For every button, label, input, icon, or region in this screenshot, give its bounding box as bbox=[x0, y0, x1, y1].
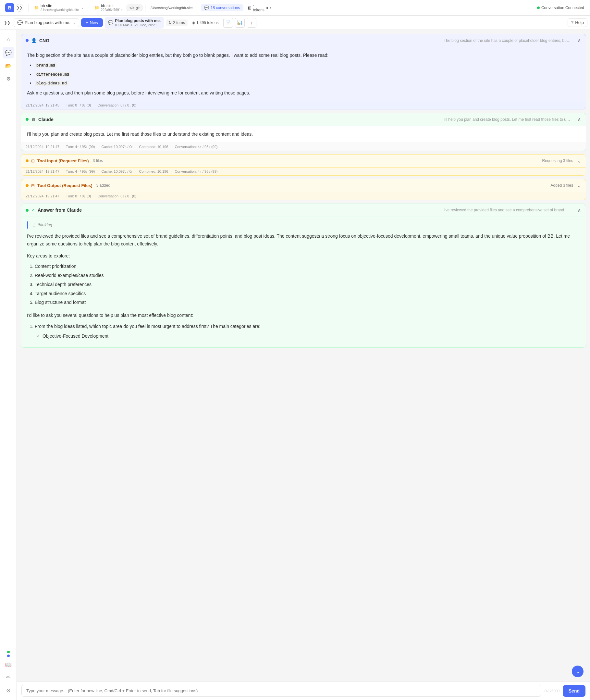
tool-input-conv-stats: Conversation: 4↑ / 95↓ (99) bbox=[175, 170, 217, 173]
question1-text: From the blog ideas listed, which topic … bbox=[35, 324, 260, 329]
code-icon: </> bbox=[129, 6, 135, 10]
collapse-sidebar-btn[interactable]: ❯❯ bbox=[3, 18, 12, 27]
turns-icon: ↻ bbox=[169, 20, 172, 25]
key-area-1: Content prioritization bbox=[35, 263, 580, 270]
tool-output-name: Tool Output (Request Files) bbox=[37, 183, 92, 188]
answer-name: Answer from Claude bbox=[38, 207, 82, 213]
key-area-4: Target audience specifics bbox=[35, 290, 580, 298]
answer-header[interactable]: ✓ Answer from Claude I've reviewed the p… bbox=[21, 204, 586, 216]
message-cng-header[interactable]: 👤 CNG The blog section of the site has a… bbox=[21, 34, 586, 47]
tool-output-timestamp: 21/12/2024, 19:21:47 bbox=[26, 194, 60, 198]
download-icon-btn[interactable]: ↓ bbox=[247, 18, 257, 27]
message-input[interactable] bbox=[21, 685, 541, 697]
active-conv-id: 01JFM4SJ bbox=[115, 23, 132, 27]
document-icon-btn[interactable]: 📄 bbox=[223, 18, 233, 27]
tokens-dash: - bbox=[253, 3, 264, 8]
tokens-square: ▪ bbox=[270, 5, 271, 10]
claude-sender-name: Claude bbox=[38, 117, 54, 122]
cng-file-list: brand.md differences.md blog-ideas.md bbox=[35, 61, 580, 87]
sidebar-status-green bbox=[7, 651, 10, 653]
sidebar-item-files[interactable]: 📂 bbox=[3, 60, 14, 71]
separator2 bbox=[89, 4, 89, 12]
top-bar: B ❯❯ 📁 bb-site /Users/cng/working/bb-sit… bbox=[0, 0, 590, 16]
new-btn-label: New bbox=[90, 20, 98, 25]
claude-collapse-btn[interactable]: ∧ bbox=[577, 116, 581, 122]
sidebar-item-settings[interactable]: ⚙ bbox=[3, 73, 14, 84]
user-icon: 👤 bbox=[31, 38, 37, 43]
separator4 bbox=[198, 4, 198, 12]
tool-input-header[interactable]: ⊞ Tool Input (Request Files) 3 files Req… bbox=[21, 155, 586, 167]
help-label: Help bbox=[575, 20, 584, 25]
bottom-input-area: 0 / 25000 Send bbox=[17, 681, 590, 700]
tool-output-collapse[interactable]: ⌄ bbox=[577, 182, 581, 189]
answer-dot-icon bbox=[26, 209, 28, 212]
conv-chevron-icon: ⌄ bbox=[73, 21, 76, 24]
check-icon: ✓ bbox=[31, 207, 35, 213]
file3: blog-ideas.md bbox=[35, 81, 69, 86]
sidebar-divider bbox=[4, 87, 13, 87]
sidebar-item-home[interactable]: ⌂ bbox=[3, 34, 14, 46]
file1: brand.md bbox=[35, 63, 57, 68]
active-conversation[interactable]: 💬 Plan blog posts with me. 01JFM4SJ 21 D… bbox=[105, 17, 164, 28]
question-icon: ? bbox=[571, 20, 574, 25]
tool-output-conv-stats: Conversation: 0↑ / 0↓ (0) bbox=[97, 194, 136, 198]
conversations-badge[interactable]: 💬 18 conversations bbox=[201, 4, 243, 11]
claude-conv-stats: Conversation: 4↑ / 95↓ (99) bbox=[175, 145, 217, 149]
scroll-down-button[interactable]: ⌄ bbox=[572, 666, 584, 677]
tool-output-header[interactable]: ⊟ Tool Output (Request Files) 3 added Ad… bbox=[21, 179, 586, 192]
tool-input-block: ⊞ Tool Input (Request Files) 3 files Req… bbox=[21, 154, 586, 176]
git-badge[interactable]: </> git bbox=[126, 5, 143, 11]
tool-input-collapse[interactable]: ⌄ bbox=[577, 158, 581, 164]
tool-input-name: Tool Input (Request Files) bbox=[37, 159, 89, 163]
status-dot-icon bbox=[537, 6, 540, 9]
left-sidebar: ⌂ 💬 📂 ⚙ 📖 ✏ ⊗ bbox=[0, 30, 17, 700]
key-area-5: Blog structure and format bbox=[35, 299, 580, 307]
project1-folder[interactable]: 📁 bb-site /Users/cng/working/bb-site ⌄ bbox=[31, 2, 86, 13]
cng-body-footer-text: Ask me questions, and then plan some blo… bbox=[27, 89, 580, 96]
message-cng: 👤 CNG The blog section of the site has a… bbox=[21, 34, 586, 109]
answer-block: ✓ Answer from Claude I've reviewed the p… bbox=[21, 203, 586, 348]
sidebar-item-chat[interactable]: 💬 bbox=[3, 47, 14, 59]
project2-folder[interactable]: 📁 bb-site 222a96d7691d bbox=[92, 2, 125, 13]
tool-output-block: ⊟ Tool Output (Request Files) 3 added Ad… bbox=[21, 179, 586, 200]
tokens-circle-gray: ● bbox=[266, 5, 268, 10]
message-claude-header[interactable]: 🖥 Claude I'll help you plan and create b… bbox=[21, 113, 586, 126]
cng-turn-stats: Turn: 0↑ / 0↓ (0) bbox=[66, 103, 91, 107]
active-conv-chat-icon: 💬 bbox=[108, 20, 113, 25]
question1-items: Objective-Focused Development bbox=[42, 333, 580, 340]
turns-count: 2 turns bbox=[173, 20, 185, 25]
new-conversation-button[interactable]: + New bbox=[81, 18, 103, 27]
char-count: 0 / 25000 bbox=[545, 689, 560, 693]
cng-footer: 21/12/2024, 19:21:45 Turn: 0↑ / 0↓ (0) C… bbox=[21, 101, 586, 109]
sidebar-item-github[interactable]: ⊗ bbox=[3, 684, 14, 696]
tool-input-badge: 3 files bbox=[93, 159, 103, 163]
path-text: /Users/cng/working/bb-site bbox=[151, 6, 193, 10]
nav-arrow-icon[interactable]: ❯❯ bbox=[16, 4, 23, 12]
tool-output-footer: 21/12/2024, 19:21:47 Turn: 0↑ / 0↓ (0) C… bbox=[21, 192, 586, 200]
main-content: 👤 CNG The blog section of the site has a… bbox=[17, 30, 590, 700]
tool-input-right: Requesting 3 files bbox=[542, 159, 573, 163]
claude-body: I'll help you plan and create blog posts… bbox=[21, 126, 586, 142]
status-area: Conversation Connected bbox=[534, 4, 587, 11]
active-conv-date: 21 Dec, 20:21 bbox=[135, 23, 157, 27]
key-area-3: Technical depth preferences bbox=[35, 281, 580, 289]
project1-name: bb-site bbox=[40, 4, 79, 8]
send-button[interactable]: Send bbox=[563, 685, 585, 697]
tool-output-icon: ⊟ bbox=[31, 183, 35, 188]
answer-outro: I'd like to ask you several questions to… bbox=[27, 312, 580, 320]
tool-input-icon: ⊞ bbox=[31, 159, 35, 163]
cng-conv-stats: Conversation: 0↑ / 0↓ (0) bbox=[97, 103, 136, 107]
chevron-down-icon: ⌄ bbox=[81, 6, 84, 9]
cng-dot-icon bbox=[26, 39, 28, 42]
message-claude: 🖥 Claude I'll help you plan and create b… bbox=[21, 113, 586, 151]
barchart-icon-btn[interactable]: 📊 bbox=[235, 18, 245, 27]
answer-collapse-btn[interactable]: ∧ bbox=[577, 207, 581, 213]
answer-body: ◌ thinking... I've reviewed the provided… bbox=[21, 216, 586, 347]
sidebar-item-book[interactable]: 📖 bbox=[3, 659, 14, 670]
sidebar-status-blue bbox=[7, 654, 10, 657]
sidebar-item-edit[interactable]: ✏ bbox=[3, 672, 14, 683]
cng-collapse-btn[interactable]: ∧ bbox=[577, 37, 581, 43]
question1-item1: Objective-Focused Development bbox=[42, 333, 580, 340]
help-button[interactable]: ? Help bbox=[568, 18, 587, 27]
conversation-selector[interactable]: 💬 Plan blog posts with me. ⌄ bbox=[14, 18, 79, 27]
